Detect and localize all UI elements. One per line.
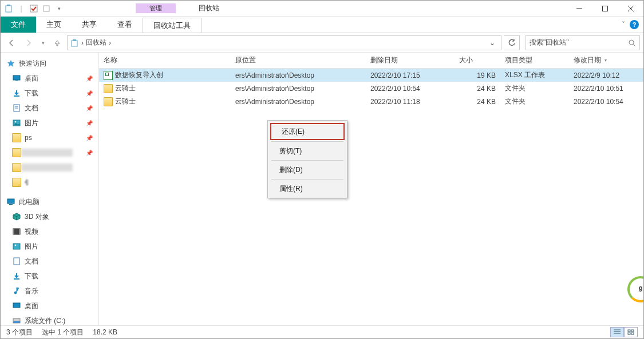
maximize-button[interactable] (592, 1, 618, 17)
svg-point-10 (629, 40, 634, 45)
svg-rect-40 (631, 333, 634, 334)
ctx-delete[interactable]: 删除(D) (269, 162, 346, 178)
ctx-separator (271, 179, 343, 180)
pin-icon: 📌 (86, 150, 93, 156)
video-icon (12, 227, 21, 236)
sidebar-item-docs2[interactable]: 文档 (1, 254, 98, 269)
close-button[interactable] (618, 1, 643, 17)
svg-rect-37 (628, 330, 630, 332)
svg-point-19 (15, 121, 17, 123)
sidebar-item-label: 图片 (25, 118, 38, 128)
ctx-cut[interactable]: 剪切(T) (269, 143, 346, 159)
sidebar-item-download[interactable]: 下载 📌 (1, 86, 98, 101)
folder-icon (12, 133, 21, 142)
tab-recycle-tools[interactable]: 回收站工具 (143, 18, 202, 33)
view-toggle (610, 327, 638, 337)
tab-share[interactable]: 共享 (72, 17, 107, 33)
sidebar-item-desktop[interactable]: 桌面 📌 (1, 71, 98, 86)
search-box[interactable]: 搜索"回收站" (526, 35, 640, 50)
pin-icon: 📌 (86, 105, 93, 111)
status-total: 3 个项目 (6, 328, 33, 337)
file-tab[interactable]: 文件 (1, 17, 36, 33)
svg-point-26 (15, 245, 17, 246)
nav-forward-button[interactable] (21, 35, 36, 50)
file-row[interactable]: 云骑士ers\Administrator\Desktop2022/2/10 11… (99, 95, 643, 108)
svg-rect-23 (13, 229, 14, 234)
cell-size: 19 KB (455, 71, 500, 79)
sidebar-this-pc-label: 此电脑 (19, 197, 39, 207)
file-rows: 数据恢复导入创ers\Administrator\Desktop2022/2/1… (99, 69, 643, 325)
svg-rect-3 (44, 6, 49, 11)
sidebar-item-blurred-2[interactable] (1, 160, 98, 175)
file-row[interactable]: 云骑士ers\Administrator\Desktop2022/2/10 10… (99, 82, 643, 95)
sidebar-item-docs[interactable]: 文档 📌 (1, 101, 98, 115)
svg-rect-13 (15, 81, 18, 81)
svg-rect-25 (13, 244, 20, 249)
file-row[interactable]: 数据恢复导入创ers\Administrator\Desktop2022/2/1… (99, 69, 643, 82)
col-modified[interactable]: 修改日期▾ (569, 55, 643, 65)
col-location[interactable]: 原位置 (231, 55, 366, 65)
ctx-separator (271, 141, 343, 142)
address-dropdown-icon[interactable]: ⌄ (486, 39, 499, 47)
sidebar-item-video[interactable]: 视频 (1, 224, 98, 239)
nav-recent-dropdown[interactable]: ▾ (38, 35, 48, 50)
sidebar-item-download2[interactable]: 下载 (1, 269, 98, 284)
help-icon[interactable]: ? (630, 20, 639, 29)
nav-up-button[interactable] (50, 35, 65, 50)
sidebar-item-desktop2[interactable]: 桌面 (1, 298, 98, 313)
sidebar-item-label: 桌面 (25, 74, 38, 83)
desktop-icon (12, 301, 21, 310)
nav-back-button[interactable] (4, 35, 19, 50)
address-sep1[interactable]: › (81, 39, 84, 47)
svg-rect-5 (602, 6, 607, 11)
sidebar-item-blurred-1[interactable]: 📌 (1, 145, 98, 160)
address-location[interactable]: 回收站 (86, 38, 106, 47)
tab-home[interactable]: 主页 (36, 17, 72, 33)
sort-indicator-icon: ▾ (605, 58, 607, 63)
refresh-button[interactable] (504, 35, 520, 50)
sidebar-quick-access[interactable]: 快速访问 (1, 56, 98, 71)
address-bar[interactable]: › 回收站 › ⌄ (67, 35, 501, 50)
folder-icon (104, 97, 113, 106)
status-bar: 3 个项目 选中 1 个项目 18.2 KB (1, 325, 643, 338)
view-details-button[interactable] (610, 327, 624, 337)
qat-check-icon[interactable] (28, 3, 39, 14)
drive-icon (12, 316, 21, 325)
ctx-properties[interactable]: 属性(R) (269, 181, 346, 197)
picture-icon (12, 118, 21, 127)
sidebar-item-label: 文档 (25, 103, 38, 113)
col-type[interactable]: 项目类型 (500, 55, 569, 65)
address-sep2[interactable]: › (109, 39, 111, 47)
nav-bar: ▾ › 回收站 › ⌄ 搜索"回收站" (1, 33, 643, 53)
col-size[interactable]: 大小 (455, 55, 500, 65)
document-icon (12, 103, 21, 113)
sidebar-item-blurred-3[interactable]: 钅 (1, 175, 98, 190)
ribbon-right: ˅ ? (622, 17, 643, 33)
col-name[interactable]: 名称 (99, 55, 231, 65)
qat-dropdown-icon[interactable]: ▾ (53, 3, 65, 14)
ribbon-collapse-icon[interactable]: ˅ (622, 21, 625, 29)
folder-icon (12, 148, 21, 157)
cell-type: 文件夹 (500, 83, 569, 93)
sidebar-item-3d[interactable]: 3D 对象 (1, 209, 98, 224)
document-icon (12, 257, 21, 266)
sidebar-item-ps[interactable]: ps 📌 (1, 130, 98, 145)
svg-rect-21 (9, 204, 13, 205)
sidebar-item-label: 钅 (25, 178, 31, 188)
download-icon (12, 272, 21, 281)
minimize-button[interactable] (566, 1, 592, 17)
ctx-restore[interactable]: 还原(E) (270, 123, 345, 140)
view-large-button[interactable] (624, 327, 638, 337)
sidebar-item-pics[interactable]: 图片 📌 (1, 115, 98, 130)
sidebar-item-music[interactable]: 音乐 (1, 284, 98, 298)
qat-new-icon[interactable] (41, 3, 52, 14)
svg-rect-24 (19, 229, 20, 234)
cell-deleted: 2022/2/10 11:18 (366, 98, 455, 106)
sidebar-item-drive-c[interactable]: 系统文件 (C:) (1, 313, 98, 325)
cell-name: 数据恢复导入创 (99, 70, 231, 80)
tab-view[interactable]: 查看 (107, 17, 143, 33)
col-deleted[interactable]: 删除日期 (366, 55, 455, 65)
sidebar-item-pics2[interactable]: 图片 (1, 239, 98, 254)
sidebar-this-pc[interactable]: 此电脑 (1, 194, 98, 209)
cell-modified: 2022/2/10 10:54 (569, 98, 643, 106)
